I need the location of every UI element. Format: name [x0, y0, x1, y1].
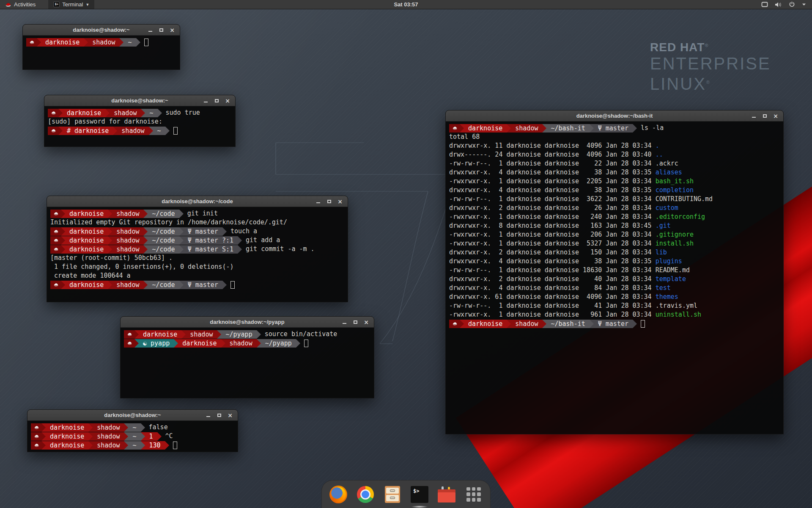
prompt-segment-path: ~/bash-it [546, 124, 589, 133]
command-text: ls -la [637, 124, 664, 133]
segment-arrow-icon [113, 127, 117, 135]
window-titlebar[interactable]: darknoise@shadow:~/pyapp × [121, 317, 374, 328]
dock-item-terminal[interactable]: $> [411, 485, 428, 504]
segment-arrow-icon [590, 320, 594, 328]
prompt-line: darknoiseshadow~130 [31, 441, 234, 450]
prompt-segment-host: shadow [93, 441, 124, 450]
prompt-segment-git: Ψ master [184, 281, 222, 289]
terminal-output[interactable]: darknoiseshadow~ sudo true[sudo] passwor… [44, 106, 235, 146]
terminal-output[interactable]: darknoiseshadow~/pyapp source bin/activa… [121, 328, 374, 398]
close-button[interactable]: × [224, 97, 231, 104]
clock[interactable]: Sat 03:57 [0, 1, 812, 8]
close-button[interactable]: × [337, 198, 343, 205]
toolbox-icon [438, 486, 455, 502]
command-text: sudo true [162, 108, 200, 117]
redhat-logo-icon [5, 2, 11, 7]
segment-arrow-icon [222, 227, 227, 236]
segment-arrow-icon [108, 245, 112, 254]
dock-item-show-applications[interactable] [465, 485, 483, 504]
chevron-down-icon [802, 3, 806, 6]
maximize-button[interactable] [216, 412, 222, 419]
prompt-segment-user: darknoise [65, 236, 108, 245]
maximize-button[interactable] [213, 97, 220, 104]
segment-arrow-icon [134, 339, 139, 348]
minimize-button[interactable] [147, 27, 154, 33]
segment-arrow-icon [141, 423, 145, 432]
file-name: custom [656, 204, 678, 212]
minimize-button[interactable] [315, 198, 321, 205]
minimize-button[interactable] [202, 97, 209, 104]
segment-arrow-icon [143, 245, 148, 254]
prompt-segment-host: shadow [112, 245, 143, 254]
file-row: drwxrwxr-x. 4 darknoise darknoise 38 Jan… [449, 257, 780, 266]
segment-arrow-icon [238, 236, 242, 245]
maximize-button[interactable] [761, 113, 768, 119]
dock-item-files[interactable] [384, 485, 401, 504]
file-row-meta: -rwxrwxr-x. 1 darknoise darknoise 240 Ja… [449, 213, 656, 221]
close-button[interactable]: × [772, 113, 779, 119]
minimize-button[interactable] [341, 319, 348, 326]
window-titlebar[interactable]: darknoise@shadow:~ × [27, 410, 238, 421]
redhat-icon [26, 38, 37, 47]
segment-arrow-icon [108, 236, 112, 245]
file-row-meta: drwxrwxr-x. 11 darknoise darknoise 4096 … [449, 142, 656, 149]
close-button[interactable]: × [227, 412, 233, 419]
prompt-segment-path: ~/code [148, 210, 179, 218]
prompt-segment-user: darknoise [46, 432, 88, 441]
file-name: .editorconfig [656, 213, 705, 221]
close-button[interactable]: × [169, 27, 176, 33]
output-line: [master (root-commit) 50bcb63] . [50, 254, 344, 262]
file-row-meta: drwxrwxr-x. 61 darknoise darknoise 4096 … [449, 293, 656, 301]
activities-button[interactable]: Activities [0, 0, 41, 9]
terminal-cursor [173, 127, 178, 135]
prompt-line: darknoiseshadow~/codeΨ master ?:1 git ad… [50, 236, 344, 245]
chrome-icon [357, 486, 374, 503]
close-button[interactable]: × [363, 319, 370, 326]
minimize-button[interactable] [205, 412, 211, 419]
file-row-meta: -rwxrwxr-x. 1 darknoise darknoise 2205 J… [449, 177, 656, 185]
window-titlebar[interactable]: darknoise@shadow:~/code × [47, 196, 348, 207]
window-titlebar[interactable]: darknoise@shadow:~ × [44, 95, 235, 106]
terminal-output[interactable]: darknoiseshadow~/code git initInitialize… [47, 207, 348, 302]
maximize-button[interactable] [158, 27, 165, 33]
system-status-area[interactable] [761, 0, 812, 9]
terminal-output[interactable]: darknoiseshadow~ [23, 36, 180, 69]
segment-arrow-icon [158, 109, 162, 117]
prompt-segment-path: ~ [123, 38, 136, 47]
segment-arrow-icon [179, 236, 184, 245]
dock: $> [321, 480, 491, 508]
segment-arrow-icon [124, 423, 128, 432]
file-row: -rwxrwxr-x. 1 darknoise darknoise 240 Ja… [449, 213, 780, 221]
file-name: CONTRIBUTING.md [656, 195, 713, 203]
minimize-button[interactable] [750, 113, 757, 119]
dock-item-chrome[interactable] [357, 485, 374, 504]
prompt-segment-path: ~/code [148, 245, 179, 254]
app-menu-terminal[interactable]: $> Terminal ▼ [48, 0, 94, 9]
window-controls: × [202, 97, 235, 104]
segment-arrow-icon [108, 281, 112, 289]
prompt-segment-git: Ψ master S:1 [184, 245, 238, 254]
window-titlebar[interactable]: darknoise@shadow:~ × [23, 25, 180, 36]
file-row-meta: -rw-rw-r--. 1 darknoise darknoise 3622 J… [449, 195, 656, 203]
terminal-output[interactable]: darknoiseshadow~/bash-itΨ master ls -lat… [446, 121, 783, 434]
prompt-segment-path: ~/code [148, 236, 179, 245]
segment-arrow-icon [141, 432, 145, 441]
segment-arrow-icon [460, 320, 464, 328]
maximize-button[interactable] [352, 319, 359, 326]
maximize-button[interactable] [326, 198, 332, 205]
dock-item-firefox[interactable] [329, 485, 347, 504]
prompt-segment-host: shadow [112, 236, 143, 245]
window-titlebar[interactable]: darknoise@shadow:~/bash-it × [446, 110, 783, 121]
prompt-segment-git: Ψ master [594, 320, 633, 328]
file-row: drwxrwxr-x. 4 darknoise darknoise 84 Jan… [449, 284, 780, 293]
window-controls: × [315, 198, 348, 205]
terminal-icon: $> [411, 486, 428, 503]
terminal-output[interactable]: darknoiseshadow~ falsedarknoiseshadow~1 … [27, 421, 238, 452]
file-name: .. [656, 151, 663, 158]
file-row-meta: -rw-rw-r--. 1 darknoise darknoise 18630 … [449, 266, 656, 274]
segment-arrow-icon [181, 330, 186, 339]
segment-arrow-icon [257, 330, 261, 339]
dock-item-toolbox[interactable] [438, 485, 455, 504]
segment-arrow-icon [105, 109, 110, 117]
segment-arrow-icon [542, 320, 546, 328]
